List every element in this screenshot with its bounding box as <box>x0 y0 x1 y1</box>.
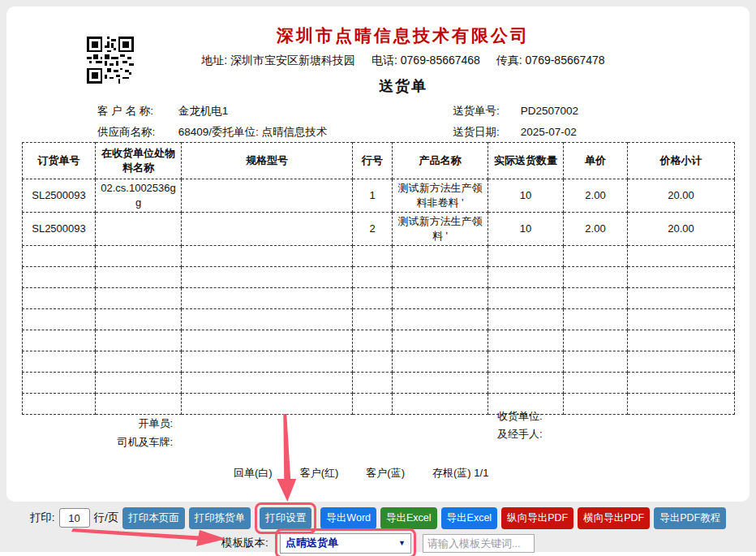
export-pdf-tutorial-button[interactable]: 导出PDF教程 <box>654 507 726 529</box>
table-row: SL25000932测试新方法生产领料 '102.0020.00 <box>23 213 735 246</box>
template-toolbar: 模板版本: 点晴送货单 ▼ <box>0 529 756 556</box>
table-empty-cell <box>393 351 488 373</box>
table-empty-cell <box>564 373 628 394</box>
table-cell: 测试新方法生产领料非卷料 ' <box>393 179 488 213</box>
column-header: 实际送货数量 <box>488 143 564 179</box>
table-empty-cell <box>353 330 393 351</box>
table-empty-cell <box>182 267 353 288</box>
column-header: 单价 <box>564 143 628 179</box>
company-phone: 电话: 0769-85667468 <box>372 54 480 67</box>
export-pdf-landscape-button[interactable]: 横向导出PDF <box>578 507 650 529</box>
table-empty-cell <box>564 330 628 351</box>
table-empty-cell <box>23 288 96 309</box>
table-empty-cell <box>182 288 353 309</box>
table-empty-cell <box>182 394 353 415</box>
print-settings-button[interactable]: 打印设置 <box>260 507 311 529</box>
table-empty-cell <box>488 373 564 394</box>
delivery-no-label: 送货单号: <box>453 104 518 119</box>
delivery-table: 订货单号在收货单位处物料名称规格型号行号产品名称实际送货数量单价价格小计SL25… <box>22 142 735 415</box>
export-word-button[interactable]: 导出Word <box>320 507 376 529</box>
document-title: 送货单 <box>57 76 750 96</box>
export-excel-blue-button[interactable]: 导出Excel <box>441 507 498 529</box>
template-select-value: 点晴送货单 <box>286 536 338 550</box>
table-empty-cell <box>628 246 735 267</box>
table-cell: 测试新方法生产领料 ' <box>393 213 488 246</box>
copy-red: 客户(红) <box>300 466 339 481</box>
table-empty-cell <box>564 288 628 309</box>
company-address-line: 地址: 深圳市宝安区新塘科技园 电话: 0769-85667468 传真: 07… <box>57 54 750 68</box>
table-empty-cell <box>23 330 96 351</box>
table-empty-cell <box>488 330 564 351</box>
table-empty-cell <box>488 351 564 373</box>
table-empty-row <box>23 309 735 330</box>
table-empty-cell <box>564 267 628 288</box>
table-empty-cell <box>96 309 182 330</box>
delivery-no-row: 送货单号: PD2507002 <box>453 104 578 119</box>
copies-legend: 回单(白) 客户(红) 客户(蓝) 存根(蓝) 1/1 <box>234 466 488 481</box>
column-header: 产品名称 <box>393 143 488 179</box>
table-empty-cell <box>23 373 96 394</box>
table-empty-cell <box>96 330 182 351</box>
table-empty-cell <box>488 288 564 309</box>
export-excel-green-button[interactable]: 导出Excel <box>380 507 437 529</box>
template-version-label: 模板版本: <box>221 536 268 550</box>
rows-unit-label: 行/页 <box>94 511 119 525</box>
table-empty-cell <box>393 330 488 351</box>
table-empty-cell <box>564 309 628 330</box>
column-header: 行号 <box>353 143 393 179</box>
template-keyword-input[interactable] <box>423 534 535 553</box>
table-empty-cell <box>564 246 628 267</box>
table-empty-cell <box>628 330 735 351</box>
print-page-button[interactable]: 打印本页面 <box>122 507 185 529</box>
table-cell <box>182 213 353 246</box>
table-row: SL250009302.cs.1002536gg1测试新方法生产领料非卷料 '1… <box>23 179 735 213</box>
table-empty-cell <box>488 246 564 267</box>
table-cell: 2.00 <box>564 213 628 246</box>
table-empty-cell <box>23 246 96 267</box>
signature-right: 收货单位: 及经手人: <box>497 407 543 443</box>
table-empty-cell <box>96 373 182 394</box>
table-empty-cell <box>96 246 182 267</box>
table-empty-cell <box>353 246 393 267</box>
print-picking-button[interactable]: 打印拣货单 <box>189 507 251 529</box>
table-empty-cell <box>488 309 564 330</box>
table-empty-cell <box>628 309 735 330</box>
table-empty-cell <box>393 267 488 288</box>
supplier-row: 供应商名称: 68409/委托单位: 点晴信息技术 <box>97 125 328 140</box>
table-cell: SL2500093 <box>23 179 96 213</box>
table-empty-cell <box>353 351 393 373</box>
table-cell: 10 <box>488 179 564 213</box>
table-empty-cell <box>182 373 353 394</box>
rows-per-page-input[interactable] <box>59 508 90 528</box>
supplier-label: 供应商名称: <box>97 125 175 140</box>
table-cell <box>182 179 353 213</box>
table-cell: 10 <box>488 213 564 246</box>
table-empty-cell <box>628 351 735 373</box>
print-label: 打印: <box>30 511 55 525</box>
column-header: 在收货单位处物料名称 <box>96 143 182 179</box>
column-header: 规格型号 <box>182 143 353 179</box>
export-pdf-portrait-button[interactable]: 纵向导出PDF <box>501 507 573 529</box>
table-empty-cell <box>96 267 182 288</box>
company-address: 地址: 深圳市宝安区新塘科技园 <box>201 54 355 67</box>
table-empty-row <box>23 373 735 394</box>
table-empty-row <box>23 330 735 351</box>
table-cell: 2.00 <box>564 179 628 213</box>
table-empty-cell <box>23 309 96 330</box>
table-empty-cell <box>564 351 628 373</box>
receiver-label: 收货单位: <box>497 407 543 425</box>
delivery-no-value: PD2507002 <box>521 105 578 117</box>
company-name: 深圳市点晴信息技术有限公司 <box>57 24 750 47</box>
table-empty-cell <box>393 246 488 267</box>
table-empty-row <box>23 394 735 415</box>
table-cell: 20.00 <box>628 213 735 246</box>
table-empty-cell <box>96 288 182 309</box>
delivery-date-row: 送货日期: 2025-07-02 <box>453 125 577 140</box>
table-empty-row <box>23 288 735 309</box>
copy-white: 回单(白) <box>234 466 273 481</box>
delivery-date-label: 送货日期: <box>453 125 518 140</box>
template-select[interactable]: 点晴送货单 ▼ <box>280 533 411 554</box>
column-header: 订货单号 <box>23 143 96 179</box>
copy-blue: 客户(蓝) <box>366 466 405 481</box>
table-empty-cell <box>488 267 564 288</box>
